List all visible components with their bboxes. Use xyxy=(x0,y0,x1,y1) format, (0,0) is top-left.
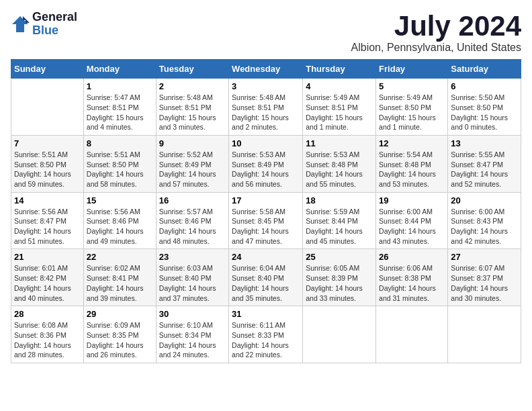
day-cell xyxy=(303,306,376,363)
calendar-table: SundayMondayTuesdayWednesdayThursdayFrid… xyxy=(11,59,521,363)
header-cell-thursday: Thursday xyxy=(303,60,376,79)
day-info: Sunrise: 6:06 AM Sunset: 8:38 PM Dayligh… xyxy=(379,263,445,303)
day-number: 27 xyxy=(451,252,518,262)
day-number: 26 xyxy=(379,252,445,262)
day-cell: 15Sunrise: 5:56 AM Sunset: 8:46 PM Dayli… xyxy=(83,192,156,249)
day-number: 1 xyxy=(87,81,153,91)
location-title: Albion, Pennsylvania, United States xyxy=(351,42,521,54)
day-cell xyxy=(11,79,84,136)
day-info: Sunrise: 5:52 AM Sunset: 8:49 PM Dayligh… xyxy=(159,150,226,189)
day-number: 8 xyxy=(87,138,153,148)
page-header: General Blue July 2024 Albion, Pennsylva… xyxy=(11,11,521,54)
day-number: 22 xyxy=(87,252,153,262)
week-row-5: 28Sunrise: 6:08 AM Sunset: 8:36 PM Dayli… xyxy=(11,306,521,363)
day-cell xyxy=(448,306,521,363)
day-number: 10 xyxy=(232,138,300,148)
day-info: Sunrise: 6:03 AM Sunset: 8:40 PM Dayligh… xyxy=(159,263,226,303)
day-info: Sunrise: 5:47 AM Sunset: 8:51 PM Dayligh… xyxy=(87,93,153,132)
day-info: Sunrise: 6:01 AM Sunset: 8:42 PM Dayligh… xyxy=(14,263,81,303)
day-info: Sunrise: 6:08 AM Sunset: 8:36 PM Dayligh… xyxy=(14,320,81,360)
week-row-2: 7Sunrise: 5:51 AM Sunset: 8:50 PM Daylig… xyxy=(11,135,521,192)
header-cell-tuesday: Tuesday xyxy=(156,60,228,79)
day-number: 29 xyxy=(87,309,153,319)
day-number: 5 xyxy=(379,81,445,91)
day-cell: 16Sunrise: 5:57 AM Sunset: 8:46 PM Dayli… xyxy=(156,192,228,249)
day-number: 12 xyxy=(379,138,445,148)
week-row-3: 14Sunrise: 5:56 AM Sunset: 8:47 PM Dayli… xyxy=(11,192,521,249)
day-cell: 5Sunrise: 5:49 AM Sunset: 8:50 PM Daylig… xyxy=(376,79,448,136)
day-info: Sunrise: 5:59 AM Sunset: 8:44 PM Dayligh… xyxy=(306,207,373,246)
day-cell: 22Sunrise: 6:02 AM Sunset: 8:41 PM Dayli… xyxy=(83,249,156,306)
day-cell: 10Sunrise: 5:53 AM Sunset: 8:49 PM Dayli… xyxy=(229,135,303,192)
header-cell-saturday: Saturday xyxy=(448,60,521,79)
day-info: Sunrise: 5:54 AM Sunset: 8:48 PM Dayligh… xyxy=(379,150,445,189)
logo-blue: Blue xyxy=(32,24,77,38)
day-cell: 26Sunrise: 6:06 AM Sunset: 8:38 PM Dayli… xyxy=(376,249,448,306)
day-cell: 2Sunrise: 5:48 AM Sunset: 8:51 PM Daylig… xyxy=(156,79,228,136)
day-info: Sunrise: 5:57 AM Sunset: 8:46 PM Dayligh… xyxy=(159,207,226,246)
day-number: 30 xyxy=(159,309,226,319)
day-cell: 28Sunrise: 6:08 AM Sunset: 8:36 PM Dayli… xyxy=(11,306,84,363)
day-info: Sunrise: 5:49 AM Sunset: 8:50 PM Dayligh… xyxy=(379,93,445,132)
day-number: 15 xyxy=(87,195,153,205)
day-cell: 4Sunrise: 5:49 AM Sunset: 8:51 PM Daylig… xyxy=(303,79,376,136)
day-number: 16 xyxy=(159,195,226,205)
day-number: 11 xyxy=(306,138,373,148)
day-info: Sunrise: 5:50 AM Sunset: 8:50 PM Dayligh… xyxy=(451,93,518,132)
day-cell: 13Sunrise: 5:55 AM Sunset: 8:47 PM Dayli… xyxy=(448,135,521,192)
day-info: Sunrise: 5:48 AM Sunset: 8:51 PM Dayligh… xyxy=(159,93,226,132)
calendar-body: 1Sunrise: 5:47 AM Sunset: 8:51 PM Daylig… xyxy=(11,79,521,363)
day-number: 17 xyxy=(232,195,300,205)
day-number: 13 xyxy=(451,138,518,148)
day-cell: 7Sunrise: 5:51 AM Sunset: 8:50 PM Daylig… xyxy=(11,135,84,192)
day-info: Sunrise: 6:04 AM Sunset: 8:40 PM Dayligh… xyxy=(232,263,300,303)
day-number: 28 xyxy=(14,309,81,319)
day-number: 21 xyxy=(14,252,81,262)
header-cell-wednesday: Wednesday xyxy=(229,60,303,79)
day-cell: 21Sunrise: 6:01 AM Sunset: 8:42 PM Dayli… xyxy=(11,249,84,306)
calendar-header: SundayMondayTuesdayWednesdayThursdayFrid… xyxy=(11,60,521,79)
day-number: 18 xyxy=(306,195,373,205)
logo-general: General xyxy=(32,11,77,24)
day-info: Sunrise: 6:05 AM Sunset: 8:39 PM Dayligh… xyxy=(306,263,373,303)
day-cell: 27Sunrise: 6:07 AM Sunset: 8:37 PM Dayli… xyxy=(448,249,521,306)
day-cell: 8Sunrise: 5:51 AM Sunset: 8:50 PM Daylig… xyxy=(83,135,156,192)
day-cell: 11Sunrise: 5:53 AM Sunset: 8:48 PM Dayli… xyxy=(303,135,376,192)
day-info: Sunrise: 6:11 AM Sunset: 8:33 PM Dayligh… xyxy=(232,320,300,360)
day-cell: 6Sunrise: 5:50 AM Sunset: 8:50 PM Daylig… xyxy=(448,79,521,136)
day-info: Sunrise: 5:53 AM Sunset: 8:48 PM Dayligh… xyxy=(306,150,373,189)
day-number: 7 xyxy=(14,138,81,148)
day-number: 23 xyxy=(159,252,226,262)
day-cell xyxy=(376,306,448,363)
day-cell: 30Sunrise: 6:10 AM Sunset: 8:34 PM Dayli… xyxy=(156,306,228,363)
day-info: Sunrise: 5:49 AM Sunset: 8:51 PM Dayligh… xyxy=(306,93,373,132)
day-cell: 17Sunrise: 5:58 AM Sunset: 8:45 PM Dayli… xyxy=(229,192,303,249)
day-info: Sunrise: 5:51 AM Sunset: 8:50 PM Dayligh… xyxy=(87,150,153,189)
day-number: 3 xyxy=(232,81,300,91)
day-cell: 12Sunrise: 5:54 AM Sunset: 8:48 PM Dayli… xyxy=(376,135,448,192)
day-info: Sunrise: 6:02 AM Sunset: 8:41 PM Dayligh… xyxy=(87,263,153,303)
day-number: 25 xyxy=(306,252,373,262)
day-cell: 9Sunrise: 5:52 AM Sunset: 8:49 PM Daylig… xyxy=(156,135,228,192)
day-number: 24 xyxy=(232,252,300,262)
day-cell: 1Sunrise: 5:47 AM Sunset: 8:51 PM Daylig… xyxy=(83,79,156,136)
logo: General Blue xyxy=(11,11,77,38)
title-area: July 2024 Albion, Pennsylvania, United S… xyxy=(351,11,521,54)
day-info: Sunrise: 5:58 AM Sunset: 8:45 PM Dayligh… xyxy=(232,207,300,246)
day-number: 4 xyxy=(306,81,373,91)
day-info: Sunrise: 5:56 AM Sunset: 8:46 PM Dayligh… xyxy=(87,207,153,246)
day-info: Sunrise: 6:07 AM Sunset: 8:37 PM Dayligh… xyxy=(451,263,518,303)
day-info: Sunrise: 6:10 AM Sunset: 8:34 PM Dayligh… xyxy=(159,320,226,360)
day-number: 20 xyxy=(451,195,518,205)
day-cell: 18Sunrise: 5:59 AM Sunset: 8:44 PM Dayli… xyxy=(303,192,376,249)
logo-icon xyxy=(11,15,30,34)
header-row: SundayMondayTuesdayWednesdayThursdayFrid… xyxy=(11,60,521,79)
day-cell: 3Sunrise: 5:48 AM Sunset: 8:51 PM Daylig… xyxy=(229,79,303,136)
day-number: 14 xyxy=(14,195,81,205)
day-number: 9 xyxy=(159,138,226,148)
day-cell: 19Sunrise: 6:00 AM Sunset: 8:44 PM Dayli… xyxy=(376,192,448,249)
day-cell: 14Sunrise: 5:56 AM Sunset: 8:47 PM Dayli… xyxy=(11,192,84,249)
day-cell: 24Sunrise: 6:04 AM Sunset: 8:40 PM Dayli… xyxy=(229,249,303,306)
day-info: Sunrise: 6:00 AM Sunset: 8:44 PM Dayligh… xyxy=(379,207,445,246)
day-cell: 29Sunrise: 6:09 AM Sunset: 8:35 PM Dayli… xyxy=(83,306,156,363)
